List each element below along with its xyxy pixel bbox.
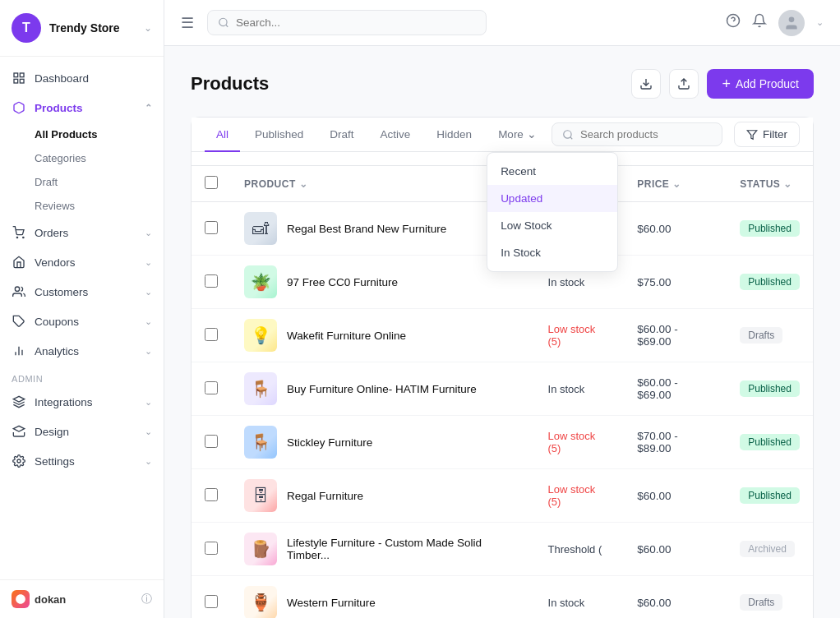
status-badge: Published — [740, 487, 800, 504]
upload-button[interactable] — [669, 69, 699, 99]
sidebar-subitem-draft[interactable]: Draft — [35, 170, 164, 194]
row-checkbox[interactable] — [205, 542, 218, 555]
sidebar-item-settings[interactable]: Settings ⌄ — [0, 446, 164, 476]
chevron-up-icon: ⌃ — [145, 103, 152, 113]
download-button[interactable] — [631, 69, 661, 99]
product-thumbnail: 💡 — [244, 319, 277, 352]
search-input[interactable] — [236, 16, 476, 29]
sidebar-item-products[interactable]: Products ⌃ — [0, 93, 164, 122]
sidebar-logo[interactable]: T Trendy Store ⌄ — [0, 0, 164, 57]
product-name: Buy Furniture Online- HATIM Furniture — [287, 383, 477, 395]
bell-icon[interactable] — [752, 13, 767, 32]
row-checkbox[interactable] — [205, 488, 218, 501]
sidebar-subitem-all-products[interactable]: All Products — [35, 122, 164, 146]
sidebar-footer: dokan ⓘ — [0, 579, 164, 618]
layers-icon — [12, 394, 26, 409]
sidebar-subitem-categories[interactable]: Categories — [35, 146, 164, 170]
status-badge: Published — [740, 274, 800, 290]
cart-icon — [12, 225, 26, 240]
status-badge: Published — [740, 434, 800, 450]
sidebar-item-label: Analytics — [35, 345, 79, 357]
sidebar-item-orders[interactable]: Orders ⌄ — [0, 218, 164, 247]
dropdown-item-low-stock[interactable]: Low Stock — [487, 212, 617, 239]
tab-active[interactable]: Active — [369, 118, 422, 152]
product-thumbnail: 🪵 — [244, 533, 277, 565]
topbar-search[interactable] — [207, 10, 487, 35]
product-cell: 💡 Wakefit Furniture Online — [244, 319, 522, 352]
sidebar-item-label: Vendors — [35, 256, 76, 269]
product-cell: 🏺 Western Furniture — [244, 586, 522, 618]
tab-all[interactable]: All — [205, 118, 240, 152]
product-cell: 🗄 Regal Furniture — [244, 479, 522, 512]
sidebar-item-design[interactable]: Design ⌄ — [0, 417, 164, 446]
chart-icon — [12, 344, 26, 358]
box-icon — [12, 100, 26, 115]
select-all-checkbox[interactable] — [205, 176, 218, 189]
tab-draft[interactable]: Draft — [318, 118, 365, 152]
chevron-down-icon: ⌄ — [145, 346, 152, 357]
dropdown-item-recent[interactable]: Recent — [487, 158, 617, 185]
stock-value: In stock — [548, 383, 585, 395]
row-checkbox[interactable] — [205, 595, 218, 608]
tab-published[interactable]: Published — [243, 118, 315, 152]
svg-point-6 — [15, 287, 19, 291]
price-value: $60.00 — [637, 597, 671, 609]
price-value: $75.00 — [637, 276, 671, 288]
sidebar-sub-products: All Products Categories Draft Reviews — [0, 122, 164, 218]
row-checkbox[interactable] — [205, 221, 218, 234]
price-value: $60.00 - $69.00 — [637, 323, 678, 348]
sidebar-item-vendors[interactable]: Vendors ⌄ — [0, 247, 164, 277]
info-icon[interactable]: ⓘ — [141, 592, 152, 606]
filter-button[interactable]: Filter — [734, 122, 800, 147]
product-thumbnail: 🏺 — [244, 586, 277, 618]
dokan-label: dokan — [35, 593, 66, 606]
paint-icon — [12, 424, 26, 439]
sidebar-item-integrations[interactable]: Integrations ⌄ — [0, 387, 164, 417]
sidebar-item-analytics[interactable]: Analytics ⌄ — [0, 336, 164, 366]
product-thumbnail: 🪴 — [244, 265, 277, 298]
sidebar-item-coupons[interactable]: Coupons ⌄ — [0, 307, 164, 336]
stock-value: Low stock (5) — [548, 430, 596, 454]
dropdown-item-in-stock[interactable]: In Stock — [487, 239, 617, 266]
row-checkbox[interactable] — [205, 274, 218, 288]
chevron-down-icon: ⌄ — [145, 397, 152, 408]
sidebar-item-label: Settings — [35, 455, 75, 468]
page-content: Products + All Add Product All Published — [164, 46, 840, 618]
row-checkbox[interactable] — [205, 328, 218, 341]
more-dropdown: Recent Updated Low Stock In Stock — [487, 152, 618, 272]
sidebar-subitem-reviews[interactable]: Reviews — [35, 194, 164, 218]
tabs-search[interactable] — [552, 122, 722, 146]
product-name: Lifestyle Furniture - Custom Made Solid … — [287, 537, 522, 561]
product-cell: 🛋 Regal Best Brand New Furniture — [244, 212, 522, 245]
dropdown-item-updated[interactable]: Updated — [487, 185, 617, 212]
table-row: 💡 Wakefit Furniture Online Low stock (5)… — [192, 309, 813, 362]
row-checkbox[interactable] — [205, 381, 218, 394]
gear-icon — [12, 454, 26, 468]
product-name: Regal Best Brand New Furniture — [287, 223, 446, 235]
sidebar-nav: Dashboard Products ⌃ All Products Catego… — [0, 57, 164, 579]
price-value: $60.00 — [637, 490, 671, 502]
filter-icon — [746, 129, 758, 141]
help-icon[interactable] — [726, 13, 741, 32]
col-price[interactable]: PRICE — [624, 166, 727, 202]
row-checkbox[interactable] — [205, 435, 218, 448]
hamburger-icon[interactable]: ☰ — [181, 14, 194, 32]
col-status[interactable]: STATUS — [727, 166, 813, 202]
svg-point-17 — [789, 16, 795, 22]
chevron-down-icon: ⌄ — [145, 456, 152, 467]
user-avatar[interactable] — [778, 10, 805, 36]
add-product-button[interactable]: + All Add Product — [707, 69, 814, 99]
page-title: Products — [191, 73, 269, 95]
product-thumbnail: 🪑 — [244, 426, 277, 459]
product-name: Wakefit Furniture Online — [287, 330, 406, 342]
tab-more[interactable]: More ⌄ — [487, 118, 548, 152]
product-name: Regal Furniture — [287, 490, 363, 502]
tab-hidden[interactable]: Hidden — [425, 118, 483, 152]
sidebar-item-dashboard[interactable]: Dashboard — [0, 63, 164, 93]
topbar: ☰ ⌄ — [164, 0, 840, 46]
price-value: $60.00 — [637, 223, 671, 235]
sidebar-item-customers[interactable]: Customers ⌄ — [0, 277, 164, 307]
user-chevron-icon[interactable]: ⌄ — [816, 17, 824, 28]
svg-line-14 — [226, 25, 228, 27]
products-search-input[interactable] — [580, 128, 712, 141]
